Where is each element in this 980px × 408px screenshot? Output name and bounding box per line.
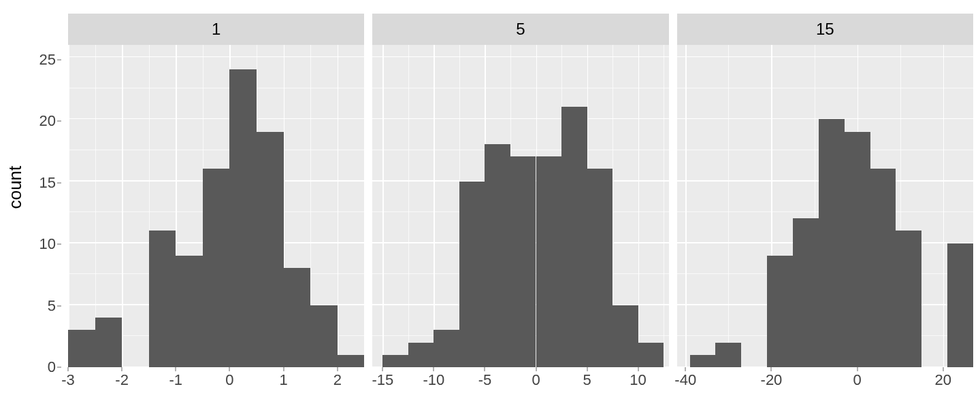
bar	[561, 107, 587, 367]
y-tick-mark	[57, 305, 61, 306]
facet-strip: 1	[68, 14, 364, 45]
x-tick-label: -20	[761, 371, 783, 389]
panel	[68, 45, 364, 367]
bar	[68, 330, 95, 367]
x-tick-label: -15	[372, 371, 393, 389]
y-tick-mark	[57, 60, 61, 61]
bar	[896, 231, 921, 367]
x-axis-ticks: -3-2-1012	[68, 367, 364, 401]
y-tick-mark	[57, 121, 61, 122]
bars	[372, 45, 668, 367]
bar	[338, 355, 365, 367]
bar	[229, 69, 257, 367]
bar	[459, 182, 485, 367]
x-tick-label: 20	[935, 371, 951, 389]
facet-strip: 15	[677, 14, 973, 45]
y-tick-label: 25	[39, 51, 56, 69]
bar	[947, 243, 973, 367]
bar	[587, 169, 613, 367]
bar	[612, 305, 638, 367]
y-tick-mark	[57, 367, 61, 368]
bar	[845, 132, 870, 367]
bar	[536, 156, 562, 367]
y-axis-label-text: count	[5, 165, 27, 209]
y-tick-mark	[57, 244, 61, 245]
bar	[434, 330, 459, 367]
bars	[68, 45, 364, 367]
x-tick-label: 0	[853, 371, 862, 389]
bar	[203, 169, 230, 367]
y-tick-mark	[57, 182, 61, 183]
y-axis-ticks: 0510152025	[27, 48, 61, 367]
bar	[284, 268, 311, 367]
bar	[149, 231, 176, 367]
bar	[485, 144, 510, 367]
panel	[372, 45, 668, 367]
y-tick-label: 5	[48, 297, 56, 315]
y-axis-label: count	[5, 0, 26, 374]
facet: 5-15-10-50510	[372, 14, 668, 401]
bar	[310, 305, 338, 367]
bar	[510, 156, 536, 367]
bar	[767, 256, 793, 367]
x-tick-label: 2	[333, 371, 342, 389]
bar	[690, 355, 716, 367]
x-tick-label: 1	[279, 371, 287, 389]
bar	[793, 218, 819, 367]
x-tick-label: -10	[423, 371, 444, 389]
faceted-histogram: count 0510152025 1-3-2-10125-15-10-50510…	[0, 0, 980, 408]
x-tick-label: -3	[61, 371, 75, 389]
y-tick-label: 15	[39, 174, 56, 192]
bar	[819, 119, 845, 367]
x-tick-label: -40	[674, 371, 696, 389]
bar	[408, 343, 434, 367]
x-tick-label: 5	[583, 371, 591, 389]
bar	[638, 343, 664, 367]
y-tick-label: 10	[39, 235, 56, 253]
panel	[677, 45, 973, 367]
x-tick-label: -5	[478, 371, 492, 389]
bars	[677, 45, 973, 367]
bar	[257, 132, 284, 367]
bar	[382, 355, 408, 367]
x-tick-label: -1	[169, 371, 183, 389]
facet-row: 1-3-2-10125-15-10-5051015-40-20020	[68, 14, 973, 401]
x-tick-label: 10	[630, 371, 646, 389]
bar	[95, 318, 122, 367]
bar	[870, 169, 896, 367]
facet-strip: 5	[372, 14, 668, 45]
y-tick-label: 0	[48, 358, 56, 376]
facet: 15-40-20020	[677, 14, 973, 401]
x-tick-label: -2	[115, 371, 129, 389]
x-axis-ticks: -40-20020	[677, 367, 973, 401]
x-tick-label: 0	[532, 371, 540, 389]
y-tick-label: 20	[39, 112, 56, 130]
bar	[715, 343, 741, 367]
x-axis-ticks: -15-10-50510	[372, 367, 668, 401]
facet: 1-3-2-1012	[68, 14, 364, 401]
bar	[176, 256, 203, 367]
x-tick-label: 0	[225, 371, 233, 389]
